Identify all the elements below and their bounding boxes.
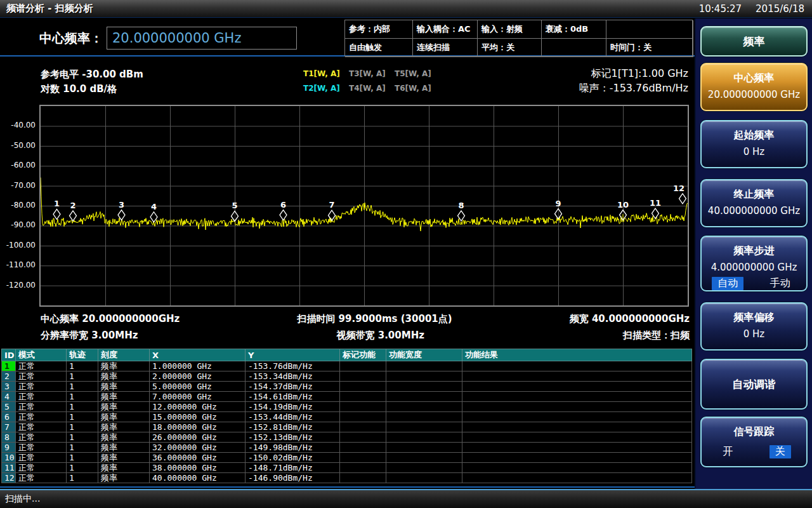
marker-number-label: 4 <box>151 202 157 211</box>
softkey-toggle-关[interactable]: 关 <box>769 445 791 458</box>
marker-table-cell: -152.81dBm/Hz <box>246 422 340 432</box>
marker-table-cell <box>340 453 386 463</box>
softkey-label: 自动调谐 <box>702 360 806 408</box>
marker-table-row-11[interactable]: 11正常1频率38.000000 GHz-148.71dBm/Hz <box>2 463 692 473</box>
softkey-label: 频率步进 <box>702 237 806 258</box>
marker-table-row-8[interactable]: 8正常1频率26.000000 GHz-152.13dBm/Hz <box>2 432 692 443</box>
bottom-status-bar: 扫描中... <box>0 489 812 508</box>
marker-table-cell: 1 <box>67 422 98 432</box>
marker-table-cell: 频率 <box>98 453 150 463</box>
marker-table-cell <box>462 392 692 402</box>
marker-table-cell: -149.98dBm/Hz <box>246 443 340 453</box>
marker-table-cell <box>340 361 386 371</box>
marker-readout-frequency: 标记1[T1]:1.00 GHz <box>579 66 688 81</box>
marker-diamond-icon <box>53 209 60 219</box>
status-cell-r1c1: 参考：内部 <box>345 20 413 39</box>
marker-table-cell <box>340 402 386 412</box>
marker-number-label: 10 <box>617 200 629 210</box>
marker-table-row-9[interactable]: 9正常1频率32.000000 GHz-149.98dBm/Hz <box>2 443 692 453</box>
marker-table-row-3[interactable]: 3正常1频率5.000000 GHz-154.37dBm/Hz <box>2 382 692 392</box>
marker-table-cell <box>462 463 692 473</box>
spectrum-plot: 123456789101112 <box>41 106 688 305</box>
softkey-signal-tracking[interactable]: 信号跟踪开关 <box>700 417 808 467</box>
marker-table-cell <box>386 412 462 422</box>
softkey-frequency-step[interactable]: 频率步进4.000000000 GHz自动手动 <box>700 236 808 291</box>
sweep-annotation-r1-1: 中心频率 20.000000000GHz <box>41 313 180 325</box>
marker-table-cell <box>386 422 462 432</box>
marker-table-cell: -146.90dBm/Hz <box>246 473 340 483</box>
marker-1: 1 <box>53 199 60 219</box>
marker-table-cell: 1 <box>67 412 98 422</box>
marker-table-row-1[interactable]: 1正常1频率1.000000 GHz-153.76dBm/Hz <box>2 361 692 371</box>
marker-table-row-10[interactable]: 10正常1频率36.000000 GHz-150.02dBm/Hz <box>2 453 692 463</box>
marker-table-cell <box>462 443 692 453</box>
marker-table-col-功能结果: 功能结果 <box>462 349 692 361</box>
marker-8: 8 <box>458 201 465 221</box>
marker-table-row-2[interactable]: 2正常1频率2.000000 GHz-153.34dBm/Hz <box>2 371 692 382</box>
softkey-center-frequency[interactable]: 中心频率20.000000000 GHz <box>700 63 808 111</box>
scale-text: 对数 10.0 dB/格 <box>41 82 143 97</box>
softkey-value: 4.000000000 GHz <box>702 262 806 273</box>
marker-table-row-7[interactable]: 7正常1频率18.000000 GHz-152.81dBm/Hz <box>2 422 692 432</box>
marker-table-cell: 频率 <box>98 371 150 382</box>
marker-6: 6 <box>280 200 287 220</box>
softkey-start-frequency[interactable]: 起始频率0 Hz <box>700 120 808 168</box>
softkey-auto-tune[interactable]: 自动调谐 <box>700 359 808 410</box>
marker-table-cell: 正常 <box>16 463 67 473</box>
y-tick-label: -50.00 <box>0 141 36 150</box>
softkey-toggle-开[interactable]: 开 <box>717 445 738 458</box>
softkey-value: 0 Hz <box>702 146 806 157</box>
marker-table-cell <box>462 453 692 463</box>
marker-table-cell: 7 <box>2 422 16 432</box>
marker-table-cell: 1 <box>67 402 98 412</box>
status-cell-r2c2: 连续扫描 <box>413 39 478 57</box>
marker-table-cell: 6 <box>2 412 16 422</box>
marker-table-col-ID: ID <box>2 349 16 361</box>
marker-table-cell: -153.34dBm/Hz <box>246 371 340 382</box>
marker-number-label: 7 <box>329 200 334 210</box>
softkey-frequency-offset[interactable]: 频率偏移0 Hz <box>700 302 808 351</box>
marker-table-cell: 正常 <box>16 392 67 402</box>
menu-title-label: 频率 <box>702 27 806 55</box>
marker-table-cell <box>386 432 462 443</box>
marker-table-cell: 1 <box>67 371 98 382</box>
marker-readout-noise: 噪声：-153.76dBm/Hz <box>579 81 688 95</box>
softkey-toggle-自动[interactable]: 自动 <box>712 277 743 290</box>
trace-label-t2: T2[W, A] <box>303 84 349 98</box>
marker-table-cell: 18.000000 GHz <box>150 422 246 432</box>
marker-table-cell <box>462 402 692 412</box>
marker-table-cell <box>462 361 692 371</box>
marker-table-cell <box>340 443 386 453</box>
softkey-toggle-手动[interactable]: 手动 <box>764 277 796 290</box>
marker-table-cell <box>340 473 386 483</box>
marker-table-cell: 正常 <box>16 422 67 432</box>
marker-table-cell: 10 <box>2 453 16 463</box>
marker-table-cell: 频率 <box>98 382 150 392</box>
menu-title-button-frequency[interactable]: 频率 <box>700 26 808 57</box>
plot-area: 123456789101112 <box>39 105 689 307</box>
marker-table-col-轨迹: 轨迹 <box>67 349 98 361</box>
marker-table-cell: 26.000000 GHz <box>150 432 246 443</box>
marker-table-cell: 7.000000 GHz <box>150 392 246 402</box>
marker-table-row-5[interactable]: 5正常1频率12.000000 GHz-154.19dBm/Hz <box>2 402 692 412</box>
marker-table-cell: 11 <box>2 463 16 473</box>
app-title: 频谱分析 - 扫频分析 <box>0 3 93 15</box>
center-frequency-input[interactable]: 20.000000000 GHz <box>107 27 297 50</box>
marker-table-cell: 频率 <box>98 402 150 412</box>
marker-table-cell <box>386 361 462 371</box>
status-cell-r2c4 <box>542 39 606 57</box>
y-tick-label: -90.00 <box>0 220 36 229</box>
marker-table-cell: 2.000000 GHz <box>150 371 246 382</box>
marker-table-row-12[interactable]: 12正常1频率40.000000 GHz-146.90dBm/Hz <box>2 473 692 483</box>
marker-table-row-4[interactable]: 4正常1频率7.000000 GHz-154.61dBm/Hz <box>2 392 692 402</box>
marker-diamond-icon <box>70 211 77 221</box>
softkey-label: 频率偏移 <box>702 304 806 324</box>
marker-table-cell <box>386 382 462 392</box>
center-frequency-field: 中心频率： 20.000000000 GHz <box>39 27 297 50</box>
status-cell-r1c3: 输入：射频 <box>478 20 542 39</box>
marker-table-cell <box>340 392 386 402</box>
marker-table-row-6[interactable]: 6正常1频率15.000000 GHz-153.44dBm/Hz <box>2 412 692 422</box>
trace-label-t6: T6[W, A] <box>395 84 440 98</box>
instrument-status-grid: 参考：内部输入耦合：AC输入：射频衰减：0dB自由触发连续扫描平均：关时间门：关 <box>344 20 693 57</box>
softkey-stop-frequency[interactable]: 终止频率40.000000000 GHz <box>700 179 808 227</box>
